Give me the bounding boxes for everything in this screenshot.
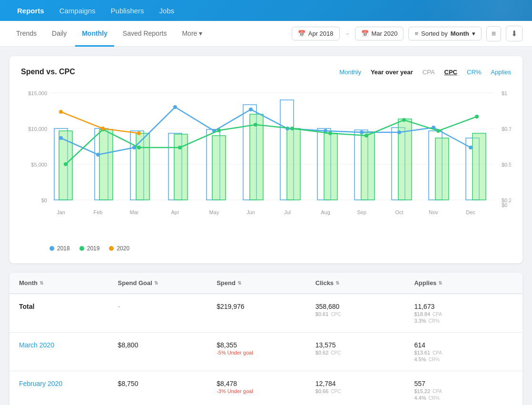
svg-point-55 (290, 127, 294, 130)
cell-total-applies: 11,673 (414, 303, 513, 310)
svg-point-52 (178, 146, 182, 149)
date-to-picker[interactable]: 📅 Mar 2020 (355, 27, 404, 40)
svg-point-40 (173, 105, 177, 109)
svg-rect-28 (324, 133, 337, 200)
svg-rect-22 (212, 136, 226, 200)
legend-label-2020: 2020 (117, 245, 129, 252)
svg-point-57 (365, 134, 368, 138)
cell-total-clicks: 358,680 (315, 303, 414, 310)
data-table: Month ⇅ Spend Goal ⇅ Spend ⇅ Clicks ⇅ Ap… (10, 273, 522, 405)
svg-point-53 (217, 128, 221, 132)
sort-icon-applies: ⇅ (438, 280, 442, 286)
cell-feb-cr: 4.4% CR% (414, 395, 513, 401)
svg-point-60 (475, 115, 479, 119)
date-separator: → (345, 30, 350, 37)
cell-feb-month: February 2020 (19, 380, 118, 387)
svg-point-61 (59, 110, 63, 114)
nav-reports[interactable]: Reports (10, 0, 52, 21)
chart-card: Spend vs. CPC Monthly Year over year CPA… (10, 56, 522, 263)
sort-button[interactable]: ≡ Sorted by Month ▾ (408, 27, 481, 40)
toggle-yoy[interactable]: Year over year (371, 69, 413, 76)
toggle-cr[interactable]: CR% (467, 69, 481, 76)
chart-toggles: Monthly Year over year CPA CPC CR% Appli… (339, 69, 511, 76)
cell-total-cpc: $0.61 CPC (315, 311, 414, 317)
chart-legend: 2018 2019 2020 (21, 245, 511, 252)
th-spend[interactable]: Spend ⇅ (217, 279, 315, 286)
svg-point-54 (254, 123, 257, 127)
cell-total-month: Total (19, 303, 118, 310)
th-spend-goal[interactable]: Spend Goal ⇅ (118, 279, 217, 286)
nav-campaigns[interactable]: Campaigns (52, 0, 103, 21)
cell-total-cr: 3.3% CR% (414, 318, 513, 324)
chevron-down-icon: ▾ (199, 30, 202, 37)
chart-title: Spend vs. CPC (21, 68, 75, 76)
subnav-daily[interactable]: Daily (45, 21, 73, 47)
legend-2018: 2018 (49, 245, 70, 252)
calendar-icon-2: 📅 (361, 30, 369, 37)
svg-point-42 (249, 108, 253, 111)
sort-icon-clicks: ⇅ (335, 280, 339, 286)
toggle-monthly[interactable]: Monthly (339, 69, 361, 76)
subnav-trends[interactable]: Trends (10, 21, 43, 47)
svg-text:Feb: Feb (94, 209, 103, 215)
svg-text:May: May (209, 209, 219, 215)
th-clicks[interactable]: Clicks ⇅ (315, 279, 414, 286)
toggle-cpa[interactable]: CPA (423, 69, 435, 76)
subnav-more[interactable]: More ▾ (175, 21, 209, 47)
svg-text:$0.50: $0.50 (502, 162, 511, 168)
table-header: Month ⇅ Spend Goal ⇅ Spend ⇅ Clicks ⇅ Ap… (10, 273, 522, 294)
svg-point-51 (137, 146, 141, 149)
cell-feb-applies: 557 (414, 380, 513, 387)
download-button[interactable]: ⬇ (506, 26, 522, 41)
legend-dot-2018 (49, 246, 54, 251)
svg-point-59 (436, 129, 440, 133)
svg-text:$15,000: $15,000 (28, 90, 47, 96)
sort-field: Month (451, 30, 469, 37)
svg-text:Aug: Aug (321, 209, 330, 215)
nav-publishers[interactable]: Publishers (103, 0, 152, 21)
table-row-february: February 2020 $8,750 $8,478 -3% Under go… (10, 371, 522, 405)
date-from-picker[interactable]: 📅 Apr 2018 (292, 27, 340, 40)
toggle-cpc[interactable]: CPC (444, 69, 457, 76)
svg-text:$10,000: $10,000 (28, 126, 47, 132)
subnav-saved-reports[interactable]: Saved Reports (116, 21, 174, 47)
svg-point-46 (397, 130, 401, 134)
svg-text:Apr: Apr (171, 209, 179, 215)
nav-jobs[interactable]: Jobs (152, 0, 182, 21)
legend-label-2018: 2018 (57, 245, 70, 252)
subnav-monthly[interactable]: Monthly (75, 21, 114, 47)
th-applies[interactable]: Applies ⇅ (414, 279, 513, 286)
toggle-applies[interactable]: Applies (491, 69, 511, 76)
chart-svg: $15,000 $10,000 $5,000 $0 $1 $0.75 $0.50… (21, 86, 511, 238)
sort-icon-month: ⇅ (39, 280, 43, 286)
svg-text:Dec: Dec (466, 209, 475, 215)
svg-point-49 (64, 162, 68, 166)
svg-text:$1: $1 (502, 90, 507, 96)
svg-point-58 (402, 118, 406, 122)
cell-march-spend: $8,355 (217, 341, 315, 349)
sort-icon-spend-goal: ⇅ (154, 280, 158, 286)
svg-text:Oct: Oct (395, 209, 403, 215)
chart-header: Spend vs. CPC Monthly Year over year CPA… (21, 68, 511, 76)
legend-dot-2020 (109, 246, 114, 251)
svg-text:$0: $0 (41, 198, 47, 203)
svg-point-56 (328, 131, 332, 135)
svg-text:Nov: Nov (429, 209, 438, 215)
cell-march-month: March 2020 (19, 341, 118, 349)
th-month[interactable]: Month ⇅ (19, 279, 118, 286)
svg-text:Jul: Jul (284, 209, 291, 215)
filter-button[interactable]: ≡ (486, 26, 501, 41)
main-content: Spend vs. CPC Monthly Year over year CPA… (0, 47, 532, 405)
cell-feb-clicks: 12,784 (315, 380, 414, 387)
svg-point-37 (59, 136, 63, 140)
sort-icon-spend: ⇅ (237, 280, 241, 286)
cell-march-applies: 614 (414, 341, 513, 349)
table-row-march: March 2020 $8,800 $8,355 -5% Under goal … (10, 333, 522, 371)
cell-march-goal: $8,800 (118, 341, 217, 349)
cell-feb-goal: $8,750 (118, 380, 217, 387)
svg-text:$5,000: $5,000 (31, 162, 47, 168)
cell-march-cpa: $13.61 CPA (414, 350, 513, 356)
sort-label: Sorted by (421, 30, 448, 37)
sub-navigation: Trends Daily Monthly Saved Reports More … (0, 21, 532, 47)
date-from-value: Apr 2018 (308, 30, 334, 37)
